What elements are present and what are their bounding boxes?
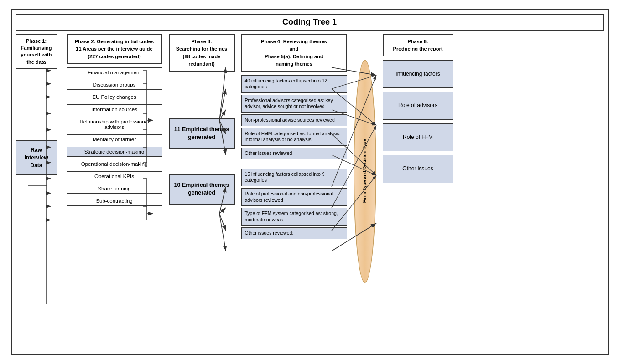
code-item-strategic: Strategic decision-making <box>67 147 162 157</box>
phase3-header: Phase 3:Searching for themes(88 codes ma… <box>169 34 235 72</box>
phase4-header: Phase 4: Reviewing themesandPhase 5(a): … <box>241 34 347 72</box>
code-item-share: Share farming <box>67 184 162 194</box>
phase1-header: Phase 1:Familiarising yourself with the … <box>16 34 57 70</box>
phase2-label: Phase 2: Generating initial codes11 Area… <box>75 39 154 59</box>
phase4-label: Phase 4: Reviewing themesandPhase 5(a): … <box>261 39 327 67</box>
empirical-upper-label: 11 Empirical themes generated <box>174 126 229 141</box>
code-item-info: Information sources <box>67 104 162 114</box>
code-item-operational: Operational decision-making <box>67 159 162 169</box>
phase3-label: Phase 3:Searching for themes(88 codes ma… <box>176 39 227 67</box>
raw-interview-label: Raw Interview Data <box>24 147 48 169</box>
theme-lower-3: Type of FFM system categorised as: stron… <box>241 208 347 226</box>
upper-themes: 40 influencing factors collapsed into 12… <box>241 75 347 159</box>
phase1-label: Phase 1:Familiarising yourself with the … <box>21 38 52 65</box>
column-phase4: Phase 4: Reviewing themesandPhase 5(a): … <box>241 34 347 240</box>
theme-lower-1: 15 influencing factors collapsed into 9 … <box>241 169 347 186</box>
output-other: Other issues <box>383 155 453 183</box>
column-phase3: Phase 3:Searching for themes(88 codes ma… <box>169 34 235 205</box>
theme-upper-5: Other issues reviewed <box>241 148 347 159</box>
theme-upper-3: Non-professional advise sources reviewed <box>241 114 347 126</box>
column-oval: Farm Type and Decision Type <box>352 34 378 283</box>
theme-lower-4: Other issues reviewed: <box>241 227 347 239</box>
theme-spacer <box>241 159 347 169</box>
title: Coding Tree 1 <box>16 14 604 31</box>
code-item-relationship: Relationship with professional advisors <box>67 117 162 132</box>
code-item-eu-policy: EU Policy changes <box>67 92 162 102</box>
code-item-mentality: Mentality of farmer <box>67 134 162 144</box>
code-item-sub: Sub-contracting <box>67 196 162 206</box>
phase2-header: Phase 2: Generating initial codes11 Area… <box>67 34 162 64</box>
empirical-lower-label: 10 Empirical themes generated <box>174 182 229 196</box>
code-item-financial: Financial management <box>67 67 162 77</box>
theme-upper-1: 40 influencing factors collapsed into 12… <box>241 75 347 93</box>
farm-type-oval: Farm Type and Decision Type <box>354 60 376 283</box>
output-influencing: Influencing factors <box>383 60 453 88</box>
raw-interview-box: Raw Interview Data <box>16 140 57 175</box>
output-advisors: Role of advisors <box>383 92 453 120</box>
lower-themes: 15 influencing factors collapsed into 9 … <box>241 169 347 239</box>
column-phase6: Phase 6:Producing the report Influencing… <box>383 34 453 183</box>
phase6-header: Phase 6:Producing the report <box>383 34 453 56</box>
code-item-kpi: Operational KPIs <box>67 171 162 181</box>
empirical-lower: 10 Empirical themes generated <box>169 174 235 205</box>
phase6-label: Phase 6:Producing the report <box>393 39 443 52</box>
outer-container: Coding Tree 1 Phase 1:Familiarising your… <box>11 9 609 355</box>
code-item-discussion: Discussion groups <box>67 80 162 90</box>
output-ffm: Role of FFM <box>383 123 453 152</box>
phase6-items: Influencing factors Role of advisors Rol… <box>383 60 453 183</box>
theme-lower-2: Role of professional and non-professiona… <box>241 188 347 206</box>
phase2-items: Financial management Discussion groups E… <box>67 67 162 206</box>
column-phase2: Phase 2: Generating initial codes11 Area… <box>67 34 162 206</box>
empirical-upper: 11 Empirical themes generated <box>169 118 235 149</box>
theme-upper-2: Professional advisors categorised as: ke… <box>241 95 347 113</box>
theme-upper-4: Role of FMM categorised as: formal analy… <box>241 128 347 146</box>
column-phase1: Phase 1:Familiarising yourself with the … <box>16 34 57 176</box>
oval-label: Farm Type and Decision Type <box>362 139 368 203</box>
